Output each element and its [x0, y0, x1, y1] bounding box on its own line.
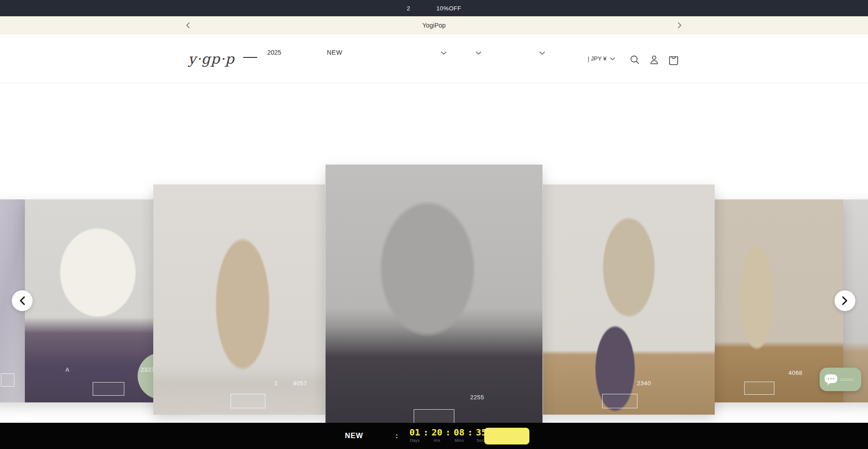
- announcement-text: YogiPop: [422, 22, 446, 29]
- storefront-page: 2 10%OFF YogiPop y·gp·p 2025 NEW: [0, 0, 868, 449]
- announcement-next-button[interactable]: [674, 20, 685, 31]
- countdown-timer: 01 Days : 20 Hrs : 08 Mins : 35 Secs: [408, 428, 488, 443]
- countdown-colon: :: [445, 428, 451, 437]
- slide-number: 2340: [637, 380, 651, 387]
- search-icon: [629, 54, 640, 65]
- promo-countdown-bar: NEW : 01 Days : 20 Hrs : 08 Mins : 35 Se…: [0, 423, 868, 449]
- promo-separator: :: [396, 432, 398, 440]
- chevron-down-icon: [441, 51, 447, 55]
- announcement-bar: YogiPop: [0, 16, 868, 34]
- utility-bar-discount-text: 10%OFF: [436, 5, 461, 12]
- chevron-down-icon: [476, 51, 482, 55]
- promo-cta-button[interactable]: [484, 428, 529, 444]
- cart-icon: [668, 54, 679, 66]
- carousel-next-button[interactable]: [835, 290, 855, 311]
- chat-widget-label: □□□□□: [840, 378, 854, 382]
- nav-dropdown-3[interactable]: [539, 51, 546, 56]
- search-button[interactable]: [628, 53, 641, 66]
- nav-item-new[interactable]: NEW: [327, 49, 342, 59]
- promo-title: NEW: [345, 432, 363, 440]
- carousel-slide-center[interactable]: 2255: [326, 165, 542, 425]
- announcement-prev-button[interactable]: [183, 20, 193, 31]
- hero-carousel: A 2323 2 4057 2255 2340 4068: [0, 83, 868, 423]
- countdown-days: 01 Days: [408, 428, 421, 443]
- countdown-colon: :: [423, 428, 429, 437]
- utility-bar: 2 10%OFF: [0, 0, 868, 16]
- slide-cta-button[interactable]: [602, 394, 637, 408]
- countdown-hrs: 20 Hrs: [430, 428, 443, 443]
- account-button[interactable]: [648, 53, 660, 66]
- slide-cta-button[interactable]: [93, 382, 124, 396]
- chevron-down-icon: [610, 57, 615, 61]
- countdown-hrs-label: Hrs: [434, 438, 440, 443]
- chat-widget-button[interactable]: □□□□□: [820, 368, 861, 391]
- countdown-days-label: Days: [410, 438, 420, 443]
- nav-item-home[interactable]: [243, 49, 257, 58]
- countdown-days-value: 01: [409, 428, 420, 437]
- chevron-left-icon: [19, 296, 25, 305]
- site-header: [0, 34, 868, 83]
- nav-dropdown-1[interactable]: [441, 51, 447, 56]
- account-icon: [649, 54, 660, 65]
- slide-number: 2255: [470, 394, 484, 401]
- chevron-right-icon: [842, 296, 848, 305]
- carousel-prev-button[interactable]: [12, 290, 33, 311]
- cart-button[interactable]: [667, 53, 680, 66]
- countdown-colon: :: [467, 428, 473, 437]
- slide-badge: A: [66, 367, 69, 373]
- countdown-mins-value: 08: [454, 428, 465, 437]
- nav-dropdown-2[interactable]: [476, 51, 482, 56]
- slide-cta-button[interactable]: [231, 394, 265, 408]
- slide-number: 2323: [141, 366, 155, 373]
- countdown-mins-label: Mins: [454, 438, 463, 443]
- countdown-mins: 08 Mins: [453, 428, 466, 443]
- slide-number: 4068: [788, 369, 802, 376]
- chevron-down-icon: [539, 51, 546, 55]
- nav-item-2025[interactable]: 2025: [267, 49, 281, 59]
- store-logo[interactable]: y·gp·p: [188, 51, 235, 67]
- utility-bar-text-1: 2: [407, 5, 410, 12]
- carousel-slide-left-1[interactable]: 2 4057: [153, 184, 325, 415]
- countdown-hrs-value: 20: [432, 428, 443, 437]
- currency-label: | JPY ¥: [588, 55, 606, 62]
- slide-cta-button[interactable]: [1, 373, 14, 387]
- slide-cta-button[interactable]: [744, 382, 774, 395]
- currency-selector[interactable]: | JPY ¥: [588, 55, 615, 62]
- chevron-left-icon: [186, 22, 190, 28]
- chevron-right-icon: [677, 22, 682, 28]
- chat-bubble-icon: [824, 373, 838, 386]
- slide-number: 4057: [293, 380, 307, 387]
- carousel-slide-right-1[interactable]: 2340: [543, 184, 715, 415]
- slide-badge: 2: [274, 380, 278, 387]
